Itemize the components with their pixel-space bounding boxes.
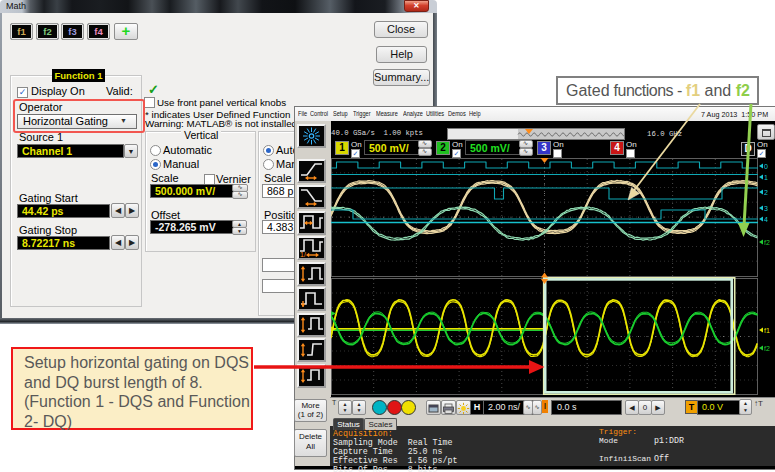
svg-text:1: 1 (764, 174, 768, 181)
svg-text:2: 2 (764, 189, 768, 196)
svg-text:f2: f2 (764, 239, 770, 246)
svg-text:4: 4 (764, 216, 768, 223)
svg-text:3: 3 (764, 205, 768, 212)
svg-text:f1: f1 (764, 327, 770, 334)
svg-text:f2: f2 (764, 345, 770, 352)
svg-text:1/: 1/ (300, 251, 306, 258)
svg-text:0: 0 (764, 163, 768, 170)
